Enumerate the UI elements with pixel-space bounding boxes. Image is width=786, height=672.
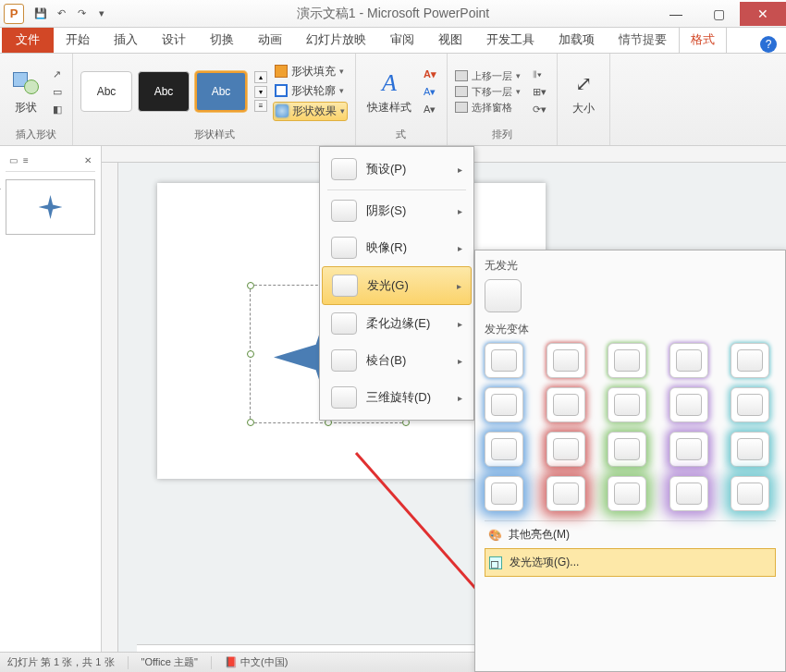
ribbon-tabs: 文件 开始 插入 设计 切换 动画 幻灯片放映 审阅 视图 开发工具 加载项 情… <box>0 28 786 54</box>
window-title: 演示文稿1 - Microsoft PowerPoint <box>297 6 490 22</box>
fx-glow[interactable]: 发光(G)▸ <box>322 266 472 305</box>
glow-variant[interactable] <box>485 343 523 378</box>
merge-shape-icon[interactable]: ◧ <box>50 103 65 116</box>
app-icon[interactable]: P <box>4 4 24 24</box>
slide-thumbnail-pane: ▭ ≡ ✕ <box>0 146 102 652</box>
glow-variant[interactable] <box>485 432 523 467</box>
undo-icon[interactable]: ↶ <box>54 6 68 21</box>
gallery-down-icon[interactable]: ▾ <box>254 86 267 98</box>
tab-review[interactable]: 审阅 <box>378 26 426 53</box>
glow-variant[interactable] <box>731 343 769 378</box>
glow-variant[interactable] <box>731 432 769 467</box>
shapes-icon <box>13 72 39 94</box>
gallery-more-icon[interactable]: ≡ <box>254 100 267 112</box>
glow-submenu: 无发光 发光变体 🎨其他亮色(M) ◻发光选项(G)... <box>474 250 786 672</box>
glow-variant[interactable] <box>485 387 523 422</box>
glow-variant[interactable] <box>731 387 769 422</box>
glow-variant[interactable] <box>731 476 769 511</box>
quick-styles-button[interactable]: A 快速样式 <box>363 67 415 117</box>
glow-variants-header: 发光变体 <box>485 322 776 337</box>
glow-variant[interactable] <box>669 432 708 467</box>
gallery-up-icon[interactable]: ▴ <box>254 71 267 83</box>
glow-variant[interactable] <box>547 343 585 378</box>
glow-variant[interactable] <box>608 432 646 467</box>
minimize-button[interactable]: — <box>655 2 697 26</box>
glow-variant[interactable] <box>485 476 523 511</box>
redo-icon[interactable]: ↷ <box>74 6 89 21</box>
edit-shape-icon[interactable]: ↗ <box>50 67 65 81</box>
glow-variant[interactable] <box>608 476 646 511</box>
tab-home[interactable]: 开始 <box>54 26 102 53</box>
fx-preset[interactable]: 预设(P)▸ <box>322 151 472 188</box>
glow-variant[interactable] <box>608 387 646 422</box>
glow-variant[interactable] <box>547 387 585 422</box>
tab-file[interactable]: 文件 <box>2 26 54 53</box>
style-item-3-selected[interactable]: Abc <box>195 71 247 112</box>
glow-options[interactable]: ◻发光选项(G)... <box>485 548 776 577</box>
save-icon[interactable]: 💾 <box>33 6 48 21</box>
palette-icon: 🎨 <box>488 529 501 542</box>
glow-variant[interactable] <box>669 343 708 378</box>
ruler-vertical <box>102 163 118 652</box>
tab-transitions[interactable]: 切换 <box>198 26 246 53</box>
fx-reflection[interactable]: 映像(R)▸ <box>322 229 472 266</box>
size-icon: ⤢ <box>569 69 598 99</box>
reflection-icon <box>331 237 357 259</box>
fx-shadow[interactable]: 阴影(S)▸ <box>322 192 472 229</box>
glow-variant[interactable] <box>669 476 708 511</box>
shape-outline-button[interactable]: 形状轮廓▾ <box>273 82 348 100</box>
tab-developer[interactable]: 开发工具 <box>474 26 547 53</box>
tab-story[interactable]: 情节提要 <box>607 26 679 53</box>
text-fill-icon[interactable]: A▾ <box>421 67 439 81</box>
tab-slideshow[interactable]: 幻灯片放映 <box>294 26 378 53</box>
style-item-1[interactable]: Abc <box>80 71 132 112</box>
qat-more-icon[interactable]: ▾ <box>94 6 109 21</box>
tab-animations[interactable]: 动画 <box>246 26 294 53</box>
send-backward-button[interactable]: 下移一层▾ <box>455 85 521 99</box>
glow-more-colors[interactable]: 🎨其他亮色(M) <box>485 521 776 548</box>
resize-handle[interactable] <box>247 419 254 426</box>
selection-pane-icon <box>455 102 468 113</box>
text-outline-icon[interactable]: A▾ <box>421 85 439 99</box>
text-effects-icon[interactable]: A▾ <box>421 103 439 116</box>
selection-pane-button[interactable]: 选择窗格 <box>455 101 521 115</box>
shape-fill-button[interactable]: 形状填充▾ <box>273 63 348 80</box>
glow-icon <box>332 275 358 297</box>
bring-forward-button[interactable]: 上移一层▾ <box>455 69 521 83</box>
help-icon[interactable]: ? <box>760 36 777 53</box>
status-language[interactable]: 📕 中文(中国) <box>225 655 288 669</box>
shape-style-gallery[interactable]: Abc Abc Abc ▴▾≡ <box>80 71 267 112</box>
size-button[interactable]: ⤢ 大小 <box>565 67 602 118</box>
fx-bevel[interactable]: 棱台(B)▸ <box>322 342 472 379</box>
resize-handle[interactable] <box>247 282 254 289</box>
slide-thumbnail-1[interactable] <box>6 179 95 235</box>
preset-icon <box>331 158 357 180</box>
fx-3d-rotation[interactable]: 三维旋转(D)▸ <box>322 379 472 416</box>
maximize-button[interactable]: ▢ <box>697 2 740 26</box>
group-label-insert-shapes: 插入形状 <box>7 126 65 143</box>
tab-view[interactable]: 视图 <box>426 26 474 53</box>
text-box-icon[interactable]: ▭ <box>50 85 65 99</box>
glow-none-option[interactable] <box>485 279 522 312</box>
close-pane-icon[interactable]: ✕ <box>84 155 92 165</box>
resize-handle[interactable] <box>247 350 254 358</box>
glow-variant[interactable] <box>608 343 646 378</box>
group-icon[interactable]: ⊞▾ <box>530 85 549 99</box>
rotate-icon[interactable]: ⟳▾ <box>530 103 549 116</box>
align-icon[interactable]: ⫴▾ <box>530 67 549 81</box>
shapes-button[interactable]: 形状 <box>7 67 44 117</box>
close-button[interactable]: ✕ <box>740 2 786 26</box>
tab-insert[interactable]: 插入 <box>102 26 150 53</box>
status-slide-count: 幻灯片 第 1 张，共 1 张 <box>7 655 115 669</box>
outline-tab-icon[interactable]: ≡ <box>23 155 29 165</box>
glow-variant[interactable] <box>547 476 585 511</box>
fx-soft-edges[interactable]: 柔化边缘(E)▸ <box>322 305 472 342</box>
tab-addins[interactable]: 加载项 <box>547 26 607 53</box>
tab-design[interactable]: 设计 <box>150 26 198 53</box>
style-item-2[interactable]: Abc <box>138 71 190 112</box>
shape-effects-button[interactable]: 形状效果▾ <box>273 102 348 121</box>
glow-variant[interactable] <box>547 432 585 467</box>
glow-variant[interactable] <box>669 387 708 422</box>
tab-format[interactable]: 格式 <box>679 25 727 53</box>
slides-tab-icon[interactable]: ▭ <box>9 155 18 165</box>
